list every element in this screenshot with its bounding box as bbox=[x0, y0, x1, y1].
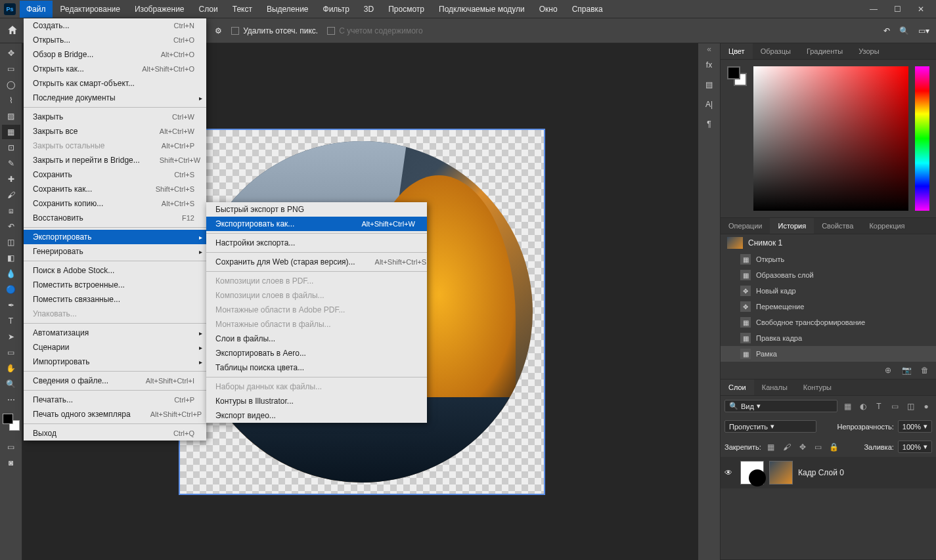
filter-smart-icon[interactable]: ◫ bbox=[904, 400, 916, 412]
hue-slider[interactable] bbox=[915, 66, 929, 211]
menu-item[interactable]: СохранитьCtrl+S bbox=[24, 167, 206, 182]
lock-image-icon[interactable]: 🖌 bbox=[781, 441, 793, 453]
shape-tool[interactable]: ▭ bbox=[2, 345, 20, 360]
layer-thumb[interactable] bbox=[769, 461, 793, 485]
minimize-button[interactable]: — bbox=[862, 0, 885, 18]
menu-help[interactable]: Справка bbox=[566, 1, 610, 18]
menu-file[interactable]: Файл bbox=[20, 1, 53, 18]
menu-item[interactable]: Слои в файлы... bbox=[206, 332, 427, 346]
menu-item[interactable]: Сценарии bbox=[24, 340, 206, 355]
stamp-tool[interactable]: ⧆ bbox=[2, 204, 20, 218]
tab-properties[interactable]: Свойства bbox=[814, 218, 861, 234]
brush-tool[interactable]: 🖌 bbox=[2, 188, 20, 202]
blur-tool[interactable]: 💧 bbox=[2, 267, 20, 281]
menu-plugins[interactable]: Подключаемые модули bbox=[432, 1, 531, 18]
artboard-tool[interactable]: ▭ bbox=[2, 62, 20, 76]
menu-item[interactable]: Сведения о файле...Alt+Shift+Ctrl+I bbox=[24, 374, 206, 388]
eyedropper-tool[interactable]: ✎ bbox=[2, 156, 20, 171]
reset-icon[interactable]: ↶ bbox=[883, 26, 890, 35]
type-tool[interactable]: T bbox=[2, 314, 20, 328]
menu-item[interactable]: Закрыть всеAlt+Ctrl+W bbox=[24, 124, 206, 139]
gear-icon[interactable]: ⚙ bbox=[215, 26, 222, 35]
tab-color[interactable]: Цвет bbox=[721, 43, 753, 59]
menu-item[interactable]: Экспортировать как...Alt+Shift+Ctrl+W bbox=[206, 217, 427, 231]
move-tool[interactable]: ✥ bbox=[2, 46, 20, 60]
tab-history[interactable]: История bbox=[770, 218, 814, 234]
layer-filter-select[interactable]: 🔍 Вид ▾ bbox=[724, 400, 837, 412]
layer-mask-thumb[interactable] bbox=[740, 461, 764, 485]
history-item[interactable]: ✥Новый кадр bbox=[721, 283, 936, 299]
filter-toggle-icon[interactable]: ● bbox=[920, 400, 932, 412]
menu-item[interactable]: Открыть как...Alt+Shift+Ctrl+O bbox=[24, 62, 206, 76]
menu-item[interactable]: Импортировать bbox=[24, 355, 206, 369]
trash-icon[interactable]: 🗑 bbox=[919, 364, 931, 376]
menu-item[interactable]: Сохранить как...Shift+Ctrl+S bbox=[24, 182, 206, 196]
tab-patterns[interactable]: Узоры bbox=[851, 43, 887, 59]
layer-row[interactable]: 👁 Кадр Слой 0 bbox=[721, 457, 936, 488]
collapse-handle[interactable]: « bbox=[698, 43, 720, 55]
camera-icon[interactable]: 📷 bbox=[901, 364, 912, 376]
menu-item[interactable]: Генерировать bbox=[24, 244, 206, 259]
history-item[interactable]: ▦Открыть bbox=[721, 251, 936, 267]
filter-type-icon[interactable]: T bbox=[873, 400, 885, 412]
menu-window[interactable]: Окно bbox=[533, 1, 564, 18]
menu-item[interactable]: Создать...Ctrl+N bbox=[24, 18, 206, 33]
menu-item[interactable]: Обзор в Bridge...Alt+Ctrl+O bbox=[24, 47, 206, 62]
color-field[interactable] bbox=[753, 66, 908, 211]
menu-item[interactable]: Экспорт видео... bbox=[206, 408, 427, 423]
menu-item[interactable]: Поместить связанные... bbox=[24, 292, 206, 307]
workspace-icon[interactable]: ▭▾ bbox=[918, 26, 929, 35]
lasso-tool[interactable]: ⌇ bbox=[2, 93, 20, 108]
lock-all-icon[interactable]: 🔒 bbox=[828, 441, 840, 453]
menu-select[interactable]: Выделение bbox=[260, 1, 315, 18]
menu-image[interactable]: Изображение bbox=[128, 1, 191, 18]
tab-adjustments[interactable]: Коррекция bbox=[861, 218, 912, 234]
menu-view[interactable]: Просмотр bbox=[382, 1, 431, 18]
tab-channels[interactable]: Каналы bbox=[754, 379, 795, 395]
hand-tool[interactable]: ✋ bbox=[2, 361, 20, 376]
opacity-input[interactable]: 100% ▾ bbox=[898, 420, 932, 433]
menu-item[interactable]: Экспортировать bbox=[24, 230, 206, 244]
tab-actions[interactable]: Операции bbox=[721, 218, 770, 234]
tab-paths[interactable]: Контуры bbox=[795, 379, 839, 395]
dodge-tool[interactable]: 🔵 bbox=[2, 282, 20, 297]
menu-3d[interactable]: 3D bbox=[357, 1, 380, 18]
lock-pos-icon[interactable]: ✥ bbox=[797, 441, 809, 453]
paragraph-icon[interactable]: ¶ bbox=[698, 114, 720, 134]
content-aware-checkbox[interactable] bbox=[327, 27, 335, 35]
character-icon[interactable]: A| bbox=[698, 95, 720, 114]
screen-mode-icon[interactable]: ▭ bbox=[2, 440, 20, 454]
tab-gradients[interactable]: Градиенты bbox=[799, 43, 851, 59]
crop-tool[interactable]: ▦ bbox=[2, 125, 20, 139]
menu-item[interactable]: ВыходCtrl+Q bbox=[24, 426, 206, 441]
gradient-tool[interactable]: ◧ bbox=[2, 251, 20, 265]
menu-item[interactable]: ВосстановитьF12 bbox=[24, 211, 206, 225]
search-icon[interactable]: 🔍 bbox=[899, 26, 909, 35]
maximize-button[interactable]: ☐ bbox=[886, 0, 908, 18]
filter-pixel-icon[interactable]: ▦ bbox=[841, 400, 853, 412]
menu-filter[interactable]: Фильтр bbox=[317, 1, 356, 18]
edit-toolbar[interactable]: ⋯ bbox=[2, 393, 20, 407]
pen-tool[interactable]: ✒ bbox=[2, 298, 20, 312]
panel-color-swatch[interactable] bbox=[727, 66, 747, 86]
fx-icon[interactable]: fx bbox=[698, 55, 720, 75]
menu-item[interactable]: Открыть как смарт-объект... bbox=[24, 76, 206, 91]
history-brush-tool[interactable]: ↶ bbox=[2, 219, 20, 234]
marquee-tool[interactable]: ◯ bbox=[2, 77, 20, 92]
menu-item[interactable]: ЗакрытьCtrl+W bbox=[24, 110, 206, 124]
frame-tool[interactable]: ⊡ bbox=[2, 140, 20, 155]
menu-item[interactable]: Сохранить копию...Alt+Ctrl+S bbox=[24, 196, 206, 211]
tab-swatches[interactable]: Образцы bbox=[753, 43, 799, 59]
lock-nest-icon[interactable]: ▭ bbox=[813, 441, 824, 453]
menu-item[interactable]: Таблицы поиска цвета... bbox=[206, 360, 427, 375]
history-item[interactable]: ▦Образовать слой bbox=[721, 267, 936, 283]
heal-tool[interactable]: ✚ bbox=[2, 172, 20, 186]
quickmask-icon[interactable]: ◙ bbox=[2, 456, 20, 470]
menu-edit[interactable]: Редактирование bbox=[54, 1, 127, 18]
menu-text[interactable]: Текст bbox=[226, 1, 259, 18]
menu-item[interactable]: Последние документы bbox=[24, 91, 206, 105]
fill-input[interactable]: 100% ▾ bbox=[898, 441, 932, 453]
menu-item[interactable]: Настройки экспорта... bbox=[206, 236, 427, 250]
home-icon[interactable] bbox=[7, 24, 20, 37]
lock-trans-icon[interactable]: ▦ bbox=[765, 441, 777, 453]
